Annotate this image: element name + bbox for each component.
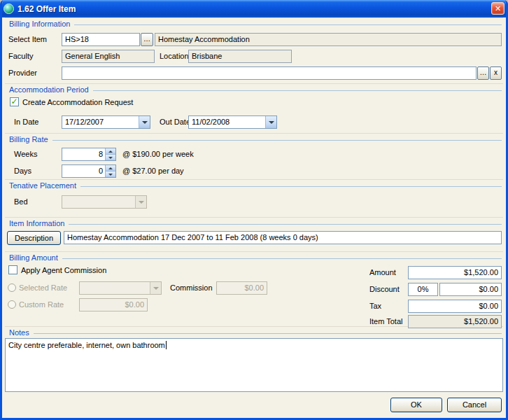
section-header-billing-information: Billing Information bbox=[9, 20, 502, 28]
selected-rate-dropdown bbox=[79, 281, 162, 295]
custom-rate-label: Custom Rate bbox=[19, 300, 64, 309]
custom-rate-radio bbox=[8, 300, 16, 309]
stepper-buttons bbox=[105, 148, 115, 160]
section-title: Billing Amount bbox=[9, 253, 58, 262]
discount-percent-field[interactable]: 0% bbox=[408, 283, 438, 296]
apply-agent-commission-label: Apply Agent Commission bbox=[21, 266, 106, 274]
check-icon: ✓ bbox=[10, 97, 17, 106]
section-header-billing-amount: Billing Amount bbox=[9, 253, 502, 262]
section-line bbox=[93, 90, 502, 91]
days-label: Days bbox=[14, 167, 31, 175]
amount-label: Amount bbox=[369, 268, 396, 276]
provider-input[interactable] bbox=[62, 66, 477, 80]
notes-textarea[interactable]: City centre preferable, internet, own ba… bbox=[5, 338, 503, 392]
section-line bbox=[62, 258, 502, 259]
in-date-label: In Date bbox=[14, 118, 38, 126]
weeks-label: Weeks bbox=[14, 150, 37, 158]
dialog-body: Billing Information Select Item HS>18 … … bbox=[2, 15, 506, 416]
stepper-down-button[interactable] bbox=[106, 172, 115, 177]
section-separator bbox=[5, 133, 503, 134]
ellipsis-icon: … bbox=[143, 35, 150, 43]
section-title: Item Information bbox=[9, 219, 64, 227]
stepper-up-button[interactable] bbox=[106, 165, 115, 172]
stepper-buttons bbox=[105, 165, 115, 177]
section-line bbox=[69, 224, 502, 225]
section-title: Accommodation Period bbox=[9, 85, 89, 94]
close-icon: ✕ bbox=[495, 4, 501, 13]
custom-rate-field: $0.00 bbox=[79, 298, 148, 312]
section-title: Billing Information bbox=[9, 20, 70, 28]
item-total-label: Item Total bbox=[369, 317, 403, 326]
dropdown-arrow-button[interactable] bbox=[265, 116, 276, 128]
faculty-label: Faculty bbox=[8, 52, 33, 60]
out-date-value: 11/02/2008 bbox=[192, 118, 264, 127]
out-date-dropdown[interactable]: 11/02/2008 bbox=[188, 115, 277, 129]
days-value: 0 bbox=[64, 167, 103, 176]
ok-button[interactable]: OK bbox=[390, 398, 442, 412]
dropdown-arrow-button bbox=[135, 196, 146, 208]
section-separator bbox=[5, 83, 503, 84]
amount-field[interactable]: $1,520.00 bbox=[408, 266, 502, 279]
description-button[interactable]: Description bbox=[7, 231, 61, 245]
section-title: Notes bbox=[9, 328, 29, 337]
item-total-field: $1,520.00 bbox=[408, 315, 502, 328]
provider-clear-button[interactable]: x bbox=[490, 66, 502, 80]
section-title: Tenative Placement bbox=[9, 181, 76, 190]
dropdown-arrow-button bbox=[150, 282, 161, 294]
in-date-dropdown[interactable]: 17/12/2007 bbox=[62, 115, 150, 129]
section-line bbox=[52, 140, 502, 141]
window-title: 1.62 Offer Item bbox=[17, 4, 76, 14]
select-item-browse-button[interactable]: … bbox=[141, 33, 153, 46]
out-date-label: Out Date bbox=[160, 118, 190, 126]
section-line bbox=[34, 333, 502, 334]
text-cursor bbox=[166, 341, 167, 349]
section-separator bbox=[5, 217, 503, 218]
weeks-rate-label: @ $190.00 per week bbox=[122, 150, 194, 158]
days-rate-label: @ $27.00 per day bbox=[122, 167, 184, 175]
weeks-value: 8 bbox=[64, 150, 103, 159]
select-item-label: Select Item bbox=[8, 35, 47, 43]
commission-field: $0.00 bbox=[216, 281, 267, 295]
close-button[interactable]: ✕ bbox=[491, 2, 505, 15]
faculty-field: General English bbox=[62, 50, 155, 63]
arrow-down-icon bbox=[108, 157, 113, 159]
days-stepper[interactable]: 0 bbox=[62, 164, 116, 178]
dropdown-arrow-button[interactable] bbox=[139, 116, 150, 128]
arrow-up-icon bbox=[108, 150, 113, 153]
section-header-accommodation-period: Accommodation Period bbox=[9, 85, 502, 94]
ellipsis-icon: … bbox=[480, 69, 487, 76]
bed-dropdown bbox=[62, 195, 147, 209]
location-label: Location bbox=[160, 52, 189, 60]
section-header-billing-rate: Billing Rate bbox=[9, 135, 502, 144]
cancel-button[interactable]: Cancel bbox=[447, 398, 502, 412]
bed-label: Bed bbox=[14, 197, 28, 206]
selected-rate-radio bbox=[8, 284, 16, 292]
clear-icon: x bbox=[494, 69, 498, 76]
section-separator bbox=[5, 179, 503, 180]
location-field: Brisbane bbox=[188, 50, 292, 63]
chevron-down-icon bbox=[142, 121, 148, 124]
apply-agent-commission-checkbox[interactable] bbox=[8, 265, 17, 274]
chevron-down-icon bbox=[269, 121, 274, 124]
tax-field[interactable]: $0.00 bbox=[408, 300, 502, 313]
provider-label: Provider bbox=[8, 69, 37, 77]
provider-browse-button[interactable]: … bbox=[477, 66, 489, 80]
section-header-item-information: Item Information bbox=[9, 219, 502, 227]
stepper-down-button[interactable] bbox=[106, 155, 115, 160]
select-item-input[interactable]: HS>18 bbox=[62, 33, 140, 46]
stepper-up-button[interactable] bbox=[106, 148, 115, 155]
chevron-down-icon bbox=[139, 201, 144, 204]
section-separator bbox=[5, 251, 503, 252]
in-date-value: 17/12/2007 bbox=[65, 118, 137, 127]
section-separator bbox=[5, 18, 503, 18]
create-accommodation-request-checkbox[interactable]: ✓ bbox=[10, 97, 19, 106]
section-header-tenative-placement: Tenative Placement bbox=[9, 181, 502, 190]
tax-label: Tax bbox=[369, 302, 381, 310]
discount-label: Discount bbox=[369, 285, 400, 293]
notes-text: City centre preferable, internet, own ba… bbox=[8, 341, 165, 349]
arrow-up-icon bbox=[108, 167, 113, 169]
chevron-down-icon bbox=[153, 287, 159, 290]
discount-amount-field[interactable]: $0.00 bbox=[439, 283, 502, 296]
description-field[interactable]: Homestay Accommodation 17 Dec 2007 to 11… bbox=[64, 231, 502, 244]
weeks-stepper[interactable]: 8 bbox=[62, 148, 116, 161]
